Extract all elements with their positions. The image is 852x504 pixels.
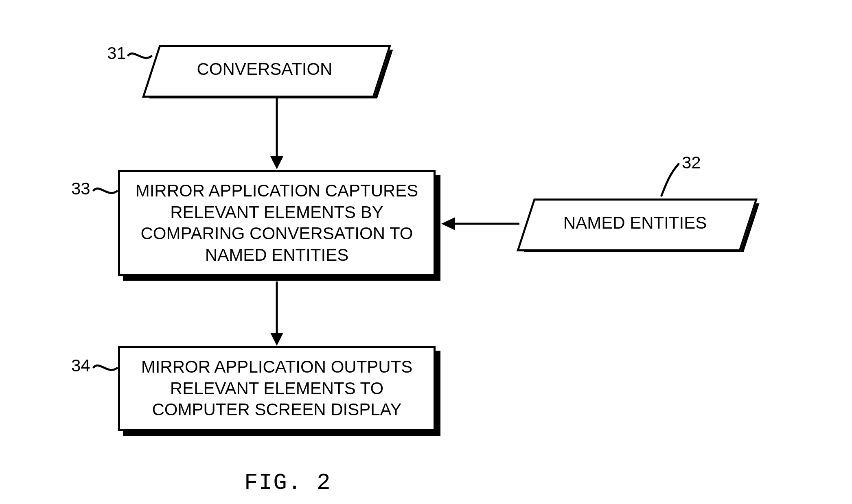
ref-label-33: 33 [71,179,90,199]
figure-caption: FIG. 2 [244,470,331,496]
node-conversation-text: CONVERSATION [151,45,379,94]
node-output: MIRROR APPLICATION OUTPUTS RELEVANT ELEM… [118,346,444,439]
leader-32 [654,161,683,197]
arrow-31-to-33 [265,97,289,170]
node-named-entities-text: NAMED ENTITIES [525,199,745,247]
diagram-stage: CONVERSATION 31 MIRROR APPLICATION CAPTU… [0,0,852,504]
leader-33 [92,183,120,199]
ref-label-31: 31 [107,44,126,63]
svg-marker-3 [441,217,455,230]
node-capture-text: MIRROR APPLICATION CAPTURES RELEVANT ELE… [118,170,436,276]
node-output-text: MIRROR APPLICATION OUTPUTS RELEVANT ELEM… [118,346,436,431]
ref-label-34: 34 [71,356,90,375]
svg-marker-5 [270,333,283,346]
node-capture: MIRROR APPLICATION CAPTURES RELEVANT ELE… [118,170,444,284]
arrow-33-to-34 [265,281,289,347]
node-conversation: CONVERSATION [151,45,387,98]
arrow-32-to-33 [438,212,519,236]
node-named-entities: NAMED ENTITIES [525,199,761,255]
leader-34 [92,360,120,376]
ref-label-32: 32 [682,153,701,172]
svg-marker-1 [270,156,283,169]
leader-31 [126,48,155,64]
